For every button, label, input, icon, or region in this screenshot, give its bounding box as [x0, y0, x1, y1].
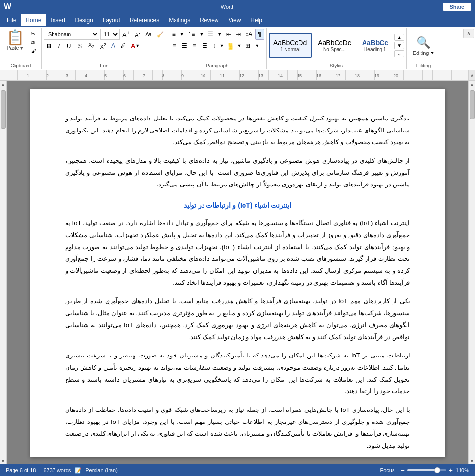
style-heading1-label: Heading 1 [364, 47, 386, 52]
bullets-button[interactable]: ≡ [170, 29, 177, 40]
font-color-dropdown-icon[interactable]: ▼ [136, 43, 140, 48]
menu-mailings[interactable]: Mailings [164, 14, 195, 26]
shading-button[interactable]: ▓ [227, 40, 235, 51]
multilevel-list-button[interactable]: ☰ [206, 29, 215, 40]
styles-scroll-up[interactable]: ▲ [394, 34, 404, 41]
paste-dropdown-icon[interactable]: ▼ [19, 46, 24, 51]
para-2: از چالش‌های کلیدی در پیاده‌سازی هوش مصنو… [65, 155, 410, 191]
language: Persian (Iran) [85, 467, 118, 473]
paste-label: Paste [7, 45, 19, 51]
superscript-button[interactable]: X2 [98, 40, 109, 51]
line-spacing-button[interactable]: ↕ [211, 40, 217, 51]
format-painter-icon: 🖌 [31, 48, 36, 54]
zoom-slider-fill [407, 469, 436, 471]
menu-view[interactable]: View [224, 14, 246, 26]
zoom-out-button[interactable]: − [400, 466, 404, 474]
copy-button[interactable]: ⧉ [28, 39, 39, 47]
subscript-button[interactable]: X2 [86, 40, 96, 51]
right-scrollbar: ▲ ▼ [468, 81, 475, 464]
change-case-button[interactable]: Aa [143, 29, 153, 40]
italic-button[interactable]: I [55, 40, 63, 51]
menu-file[interactable]: File [2, 14, 21, 26]
menu-review[interactable]: Review [195, 14, 223, 26]
borders-dropdown[interactable]: ▼ [253, 40, 260, 51]
bullets-dropdown[interactable]: ▼ [178, 29, 186, 40]
style-nospace-preview: AaBbCcDc [318, 39, 351, 47]
right-scroll-down-button[interactable]: ▼ [469, 457, 475, 464]
format-painter-button[interactable]: 🖌 [28, 47, 39, 55]
shading-dropdown[interactable]: ▼ [235, 40, 243, 51]
word-count: 6737 words [43, 467, 71, 473]
editing-dropdown-icon[interactable]: ▼ [430, 51, 434, 55]
zoom-controls: − + 110% [400, 466, 469, 474]
font-group-label: Font [44, 62, 166, 69]
decrease-font-button[interactable]: A- [133, 29, 142, 40]
numbering-button[interactable]: 1≡ [187, 29, 197, 40]
style-nospace-box[interactable]: AaBbCcDc No Spac... [313, 33, 355, 58]
right-scroll-up-button[interactable]: ▲ [469, 81, 475, 88]
cut-button[interactable]: ✂ [28, 30, 39, 38]
doc-heading: اینترنت اشیاء (IoT) و ارتباطات در تولید [65, 199, 410, 212]
line-spacing-dropdown[interactable]: ▼ [218, 40, 226, 51]
editing-icon: 🔍 [416, 36, 431, 49]
focus-button[interactable]: Focus [380, 467, 395, 473]
styles-scroll-down[interactable]: ▼ [394, 42, 404, 49]
vertical-scrollbar-track: ▲ ▼ [0, 81, 7, 464]
underline-button[interactable]: U [64, 40, 74, 51]
highlight-button[interactable]: 🖊 [118, 40, 128, 51]
font-name-select[interactable]: Shabnam [44, 29, 99, 40]
right-scroll-thumb[interactable] [470, 90, 475, 119]
strikethrough-button[interactable]: S [75, 40, 85, 51]
app-icon: W [4, 2, 11, 11]
collapse-ribbon-button[interactable]: ∧ [463, 29, 474, 38]
body-para-1: اینترنت اشیاء (IoT) به فناوری اتصال دستگ… [65, 217, 410, 289]
sort-button[interactable]: ↕A [244, 29, 254, 40]
numbering-dropdown[interactable]: ▼ [198, 29, 205, 40]
font-color-button[interactable]: A ▼ [129, 40, 142, 51]
editing-group-label: Editing [412, 62, 434, 69]
align-center-button[interactable]: ☰ [179, 40, 190, 51]
align-left-button[interactable]: ≡ [170, 40, 178, 51]
scroll-thumb[interactable] [1, 90, 6, 129]
styles-group-label: Styles [269, 62, 404, 69]
clear-formatting-button[interactable]: 🧹 [155, 29, 166, 40]
style-heading1-box[interactable]: AaBbCc Heading 1 [357, 33, 393, 58]
borders-button[interactable]: ⊞ [244, 40, 252, 51]
ruler: 1 2 3 4 5 6 7 8 9 10 11 12 13 14 15 16 1… [8, 70, 468, 80]
align-right-button[interactable]: ≡ [190, 40, 199, 51]
increase-indent-button[interactable]: ⇥ [234, 29, 243, 40]
scroll-down-button[interactable]: ▼ [0, 457, 6, 464]
document-page[interactable]: یادگیری ماشین همچنین به بهبود کنترل کیفی… [30, 89, 445, 457]
justify-button[interactable]: ☰ [200, 40, 210, 51]
bold-button[interactable]: B [44, 40, 54, 51]
multilevel-dropdown[interactable]: ▼ [216, 29, 223, 40]
menu-home[interactable]: Home [21, 14, 46, 26]
increase-font-button[interactable]: A+ [121, 29, 132, 40]
body-para-3: ارتباطات مبتنی بر IoT به شرکت‌ها این امک… [65, 350, 410, 397]
zoom-slider-thumb[interactable] [434, 467, 440, 473]
editing-label: Editing [413, 50, 429, 56]
zoom-in-button[interactable]: + [449, 466, 453, 474]
style-normal-box[interactable]: AaBbCcDd 1 Normal [269, 33, 312, 58]
font-size-select[interactable]: 11 [100, 29, 120, 40]
share-button[interactable]: Share [443, 3, 471, 11]
paste-icon: 📋 [6, 30, 24, 45]
styles-more[interactable]: ⌵ [394, 50, 404, 57]
language-indicator: 📝 [75, 467, 81, 474]
decrease-indent-button[interactable]: ⇤ [224, 29, 233, 40]
ruler-collapse-button[interactable]: ∧ [468, 70, 475, 81]
menu-insert[interactable]: Insert [46, 14, 70, 26]
menu-design[interactable]: Design [70, 14, 97, 26]
show-formatting-button[interactable]: ¶ [255, 29, 264, 40]
zoom-slider-track[interactable] [407, 469, 446, 471]
paste-button[interactable]: 📋 Paste ▼ [3, 29, 27, 52]
menu-help[interactable]: Help [245, 14, 267, 26]
page-info: Page 6 of 18 [6, 467, 36, 473]
menu-layout[interactable]: Layout [98, 14, 125, 26]
cut-icon: ✂ [31, 31, 35, 37]
text-effects-button[interactable]: A [109, 40, 117, 51]
menu-references[interactable]: References [125, 14, 164, 26]
style-heading1-preview: AaBbCc [362, 39, 388, 47]
paragraph-group-label: Paragraph [170, 62, 264, 69]
scroll-up-button[interactable]: ▲ [0, 81, 6, 88]
